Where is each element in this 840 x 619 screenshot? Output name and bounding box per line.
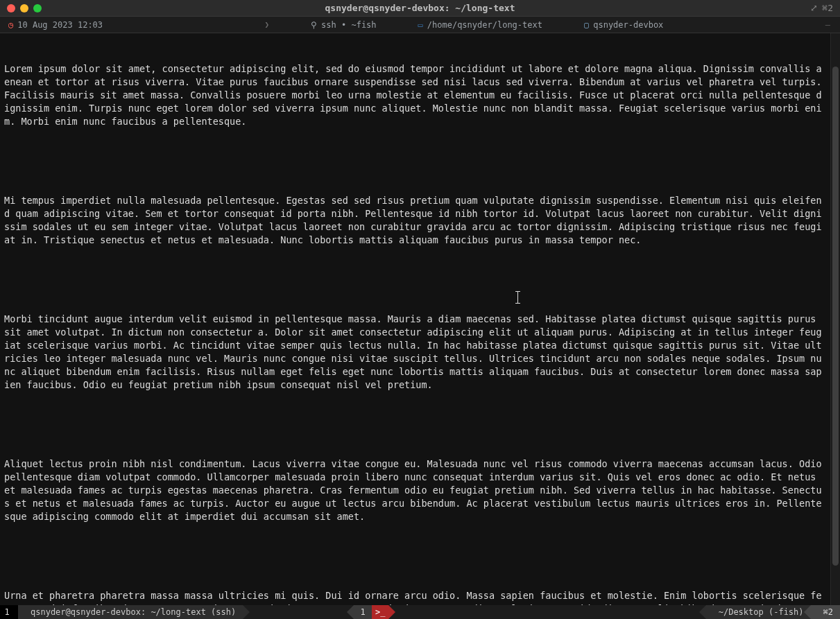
text-paragraph: Lorem ipsum dolor sit amet, consectetur … [4,62,826,128]
folder-icon: ▭ [418,20,423,30]
text-paragraph: Morbi tincidunt augue interdum velit eui… [4,313,826,392]
ssh-label: ssh • ~fish [321,20,376,30]
prompt-arrow-icon: ❯ [264,20,269,29]
minimize-icon[interactable] [20,4,28,12]
status-session[interactable]: ⌘2 [811,605,840,619]
link-icon: ⚲ [311,20,317,30]
terminal-icon[interactable]: >_ [372,605,388,619]
status-spacer [388,605,706,619]
window-index[interactable]: 1 [0,605,18,619]
host-chip[interactable]: ▢ qsnyder-devbox [584,20,663,30]
terminal-wrap: Lorem ipsum dolor sit amet, consectetur … [0,33,840,605]
traffic-lights [0,4,42,12]
terminal-output[interactable]: Lorem ipsum dolor sit amet, consectetur … [0,33,830,605]
info-bar: ◷ 10 Aug 2023 12:03 ❯ ⚲ ssh • ~fish ▭ /h… [0,17,840,33]
path-label: /home/qsnyder/long-text [427,20,542,30]
status-path[interactable]: ~/Desktop (-fish) [706,605,811,619]
titlebar: qsnyder@qsnyder-devbox: ~/long-text ⤢ ⌘2 [0,0,840,17]
session-badge: ⌘2 [822,3,833,13]
maximize-icon[interactable] [33,4,42,12]
window-name[interactable]: qsnyder@qsnyder-devbox: ~/long-text (ssh… [18,605,243,619]
host-label: qsnyder-devbox [593,20,663,30]
expand-icon[interactable]: ⤢ [810,3,818,13]
timestamp: ◷ 10 Aug 2023 12:03 [0,20,103,30]
text-paragraph: Mi tempus imperdiet nulla malesuada pell… [4,194,826,247]
tabbar-right-dash: — [825,20,840,30]
text-paragraph: Urna et pharetra pharetra massa massa ul… [4,589,826,605]
status-bar: 1 qsnyder@qsnyder-devbox: ~/long-text (s… [0,605,840,619]
ssh-chip[interactable]: ⚲ ssh • ~fish [311,20,376,30]
clock-icon: ◷ [8,20,13,30]
scrollbar-thumb[interactable] [832,67,839,566]
window-title: qsnyder@qsnyder-devbox: ~/long-text [0,3,840,13]
status-blank [243,605,354,619]
close-icon[interactable] [7,4,15,12]
app-window: qsnyder@qsnyder-devbox: ~/long-text ⤢ ⌘2… [0,0,840,619]
timestamp-text: 10 Aug 2023 12:03 [17,20,103,30]
dash-text: — [825,20,830,30]
text-paragraph: Aliquet lectus proin nibh nisl condiment… [4,457,826,523]
titlebar-right: ⤢ ⌘2 [810,3,840,13]
monitor-icon: ▢ [584,20,589,30]
path-chip[interactable]: ▭ /home/qsnyder/long-text [418,20,542,30]
pane-indicator[interactable]: 1 [354,605,372,619]
scrollbar[interactable] [830,33,840,605]
text-cursor-icon [517,291,518,304]
